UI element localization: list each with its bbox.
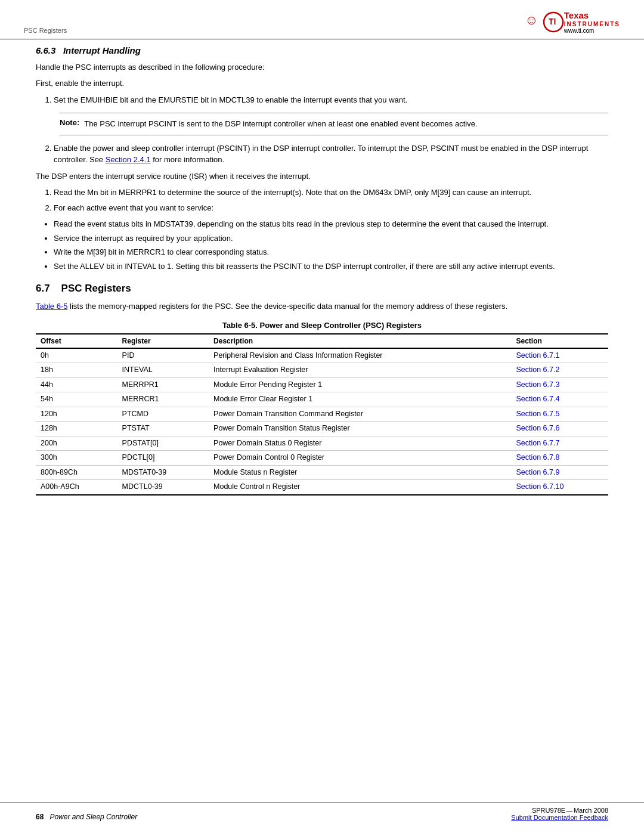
bullet-item-1: Read the event status bits in MDSTAT39, … bbox=[54, 218, 608, 230]
table-row: 0hPIDPeripheral Revision and Class Infor… bbox=[36, 348, 608, 363]
section-ref-link[interactable]: Section 6.7.9 bbox=[516, 468, 559, 476]
section-241-link[interactable]: Section 2.4.1 bbox=[106, 155, 151, 164]
svg-text:☺: ☺ bbox=[525, 13, 538, 27]
table-row: 300hPDCTL[0]Power Domain Control 0 Regis… bbox=[36, 451, 608, 466]
cell-description: Power Domain Control 0 Register bbox=[209, 451, 511, 466]
section-663-number: 6.6.3 bbox=[36, 45, 55, 55]
logo-url: www.ti.com bbox=[564, 27, 620, 34]
section-ref-link[interactable]: Section 6.7.4 bbox=[516, 395, 559, 403]
list-item-1: Set the EMUIHBIE bit and the EMURSTIE bi… bbox=[54, 94, 608, 106]
breadcrumb-text: PSC Registers bbox=[24, 27, 67, 34]
footer-right: SPRU978E — March 2008 Submit Documentati… bbox=[511, 807, 608, 821]
col-header-description: Description bbox=[209, 334, 511, 348]
cell-register: MDCTL0-39 bbox=[117, 480, 209, 495]
cell-section[interactable]: Section 6.7.2 bbox=[511, 363, 608, 378]
numbered-list-1: Set the EMUIHBIE bit and the EMURSTIE bi… bbox=[54, 94, 608, 106]
page-number: 68 bbox=[36, 813, 44, 821]
cell-offset: 54h bbox=[36, 392, 117, 407]
cell-section[interactable]: Section 6.7.5 bbox=[511, 407, 608, 422]
cell-section[interactable]: Section 6.7.8 bbox=[511, 451, 608, 466]
bullet-list: Read the event status bits in MDSTAT39, … bbox=[54, 218, 608, 272]
section-67-number: 6.7 bbox=[36, 283, 50, 294]
cell-section[interactable]: Section 6.7.7 bbox=[511, 436, 608, 451]
section-ref-link[interactable]: Section 6.7.5 bbox=[516, 410, 559, 418]
cell-section[interactable]: Section 6.7.10 bbox=[511, 480, 608, 495]
cell-description: Module Error Pending Register 1 bbox=[209, 377, 511, 392]
table-row: 54hMERRCR1Module Error Clear Register 1S… bbox=[36, 392, 608, 407]
cell-register: PID bbox=[117, 348, 209, 363]
page: PSC Registers ☺ TI Texas INSTRUMEN bbox=[0, 0, 644, 833]
main-content: 6.6.3 Interrupt Handling Handle the PSC … bbox=[0, 39, 644, 522]
cell-offset: 300h bbox=[36, 451, 117, 466]
cell-section[interactable]: Section 6.7.1 bbox=[511, 348, 608, 363]
table-row: 18hINTEVALInterrupt Evaluation RegisterS… bbox=[36, 363, 608, 378]
cell-register: PTCMD bbox=[117, 407, 209, 422]
section-ref-link[interactable]: Section 6.7.8 bbox=[516, 453, 559, 462]
section-ref-link[interactable]: Section 6.7.3 bbox=[516, 380, 559, 389]
list-item-3: Read the Mn bit in MERRPR1 to determine … bbox=[54, 187, 608, 199]
bullet-item-4: Set the ALLEV bit in INTEVAL to 1. Setti… bbox=[54, 261, 608, 272]
footer-doc-info: SPRU978E — March 2008 bbox=[511, 807, 608, 814]
cell-register: INTEVAL bbox=[117, 363, 209, 378]
col-header-section: Section bbox=[511, 334, 608, 348]
bullet-item-3: Write the M[39] bit in MERRCR1 to clear … bbox=[54, 246, 608, 258]
footer-description: Power and Sleep Controller bbox=[49, 813, 137, 821]
section-663-intro: Handle the PSC interrupts as described i… bbox=[36, 61, 608, 73]
cell-section[interactable]: Section 6.7.6 bbox=[511, 422, 608, 436]
registers-table: Offset Register Description Section 0hPI… bbox=[36, 333, 608, 496]
cell-offset: 200h bbox=[36, 436, 117, 451]
cell-offset: 18h bbox=[36, 363, 117, 378]
section-ref-link[interactable]: Section 6.7.6 bbox=[516, 424, 559, 432]
section-ref-link[interactable]: Section 6.7.1 bbox=[516, 351, 559, 360]
table-row: 800h-89ChMDSTAT0-39Module Status n Regis… bbox=[36, 465, 608, 480]
cell-section[interactable]: Section 6.7.3 bbox=[511, 377, 608, 392]
section-67: 6.7 PSC Registers Table 6-5 lists the me… bbox=[36, 283, 608, 496]
section-ref-link[interactable]: Section 6.7.10 bbox=[516, 482, 564, 491]
doc-number: SPRU978E bbox=[532, 807, 565, 814]
cell-offset: 0h bbox=[36, 348, 117, 363]
cell-register: PTSTAT bbox=[117, 422, 209, 436]
section-ref-link[interactable]: Section 6.7.7 bbox=[516, 439, 559, 447]
ti-logo-symbol: TI bbox=[543, 11, 564, 33]
cell-description: Module Status n Register bbox=[209, 465, 511, 480]
cell-description: Power Domain Status 0 Register bbox=[209, 436, 511, 451]
cell-offset: 44h bbox=[36, 377, 117, 392]
numbered-list-3: Read the Mn bit in MERRPR1 to determine … bbox=[54, 187, 608, 213]
cell-description: Interrupt Evaluation Register bbox=[209, 363, 511, 378]
numbered-list-2: Enable the power and sleep controller in… bbox=[54, 143, 608, 166]
table-header-row: Offset Register Description Section bbox=[36, 334, 608, 348]
isr-text: The DSP enters the interrupt service rou… bbox=[36, 171, 608, 182]
list-item-4: For each active event that you want to s… bbox=[54, 202, 608, 214]
cell-offset: 120h bbox=[36, 407, 117, 422]
section-67-heading: PSC Registers bbox=[61, 283, 131, 294]
table-row: 200hPDSTAT[0]Power Domain Status 0 Regis… bbox=[36, 436, 608, 451]
logo-area: ☺ TI Texas INSTRUMENTS www.ti.com bbox=[524, 11, 620, 34]
cell-section[interactable]: Section 6.7.9 bbox=[511, 465, 608, 480]
table-row: 120hPTCMDPower Domain Transition Command… bbox=[36, 407, 608, 422]
cell-description: Power Domain Transition Status Register bbox=[209, 422, 511, 436]
cell-section[interactable]: Section 6.7.4 bbox=[511, 392, 608, 407]
section-663-heading: Interrupt Handling bbox=[63, 45, 141, 55]
section-ref-link[interactable]: Section 6.7.2 bbox=[516, 366, 559, 374]
table-title: Table 6-5. Power and Sleep Controller (P… bbox=[36, 321, 608, 330]
section-663-title: 6.6.3 Interrupt Handling bbox=[36, 45, 608, 55]
cell-register: MERRCR1 bbox=[117, 392, 209, 407]
cell-register: PDCTL[0] bbox=[117, 451, 209, 466]
table-row: A00h-A9ChMDCTL0-39Module Control n Regis… bbox=[36, 480, 608, 495]
section-67-intro: Table 6-5 lists the memory-mapped regist… bbox=[36, 301, 608, 312]
list-item-2: Enable the power and sleep controller in… bbox=[54, 143, 608, 166]
table-6-5-link[interactable]: Table 6-5 bbox=[36, 302, 67, 311]
bullet-item-2: Service the interrupt as required by you… bbox=[54, 233, 608, 244]
doc-date: March 2008 bbox=[574, 807, 608, 814]
cell-register: MERRPR1 bbox=[117, 377, 209, 392]
cell-description: Module Control n Register bbox=[209, 480, 511, 495]
logo-texas: Texas bbox=[564, 11, 620, 21]
step-2-text: Enable the power and sleep controller in… bbox=[54, 144, 588, 165]
svg-text:TI: TI bbox=[549, 17, 556, 26]
col-header-register: Register bbox=[117, 334, 209, 348]
section-663: 6.6.3 Interrupt Handling Handle the PSC … bbox=[36, 45, 608, 272]
feedback-link[interactable]: Submit Documentation Feedback bbox=[511, 814, 608, 821]
page-footer: 68 Power and Sleep Controller SPRU978E —… bbox=[0, 803, 644, 821]
cell-description: Module Error Clear Register 1 bbox=[209, 392, 511, 407]
note-label: Note: bbox=[60, 118, 79, 130]
